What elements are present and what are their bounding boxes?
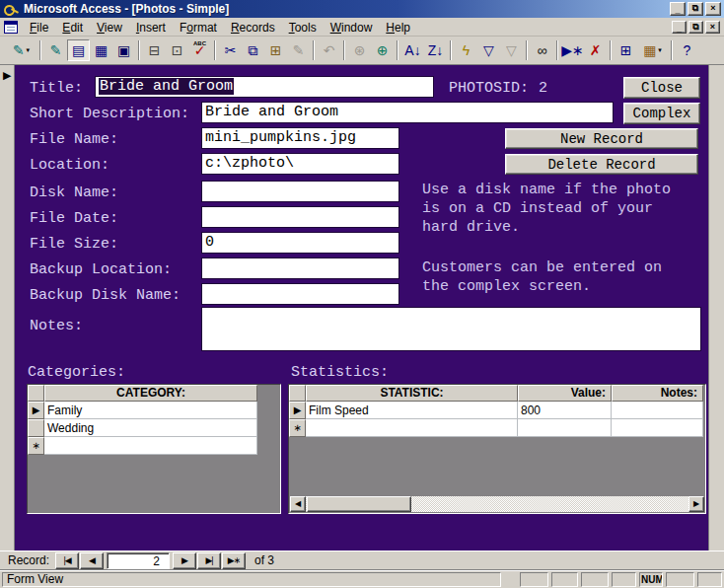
new-record-button[interactable]: New Record [505,128,698,149]
new-object-button[interactable]: ▦▾ [637,39,668,61]
print-preview-button[interactable]: ⊡ [166,39,188,61]
file-date-input[interactable] [201,206,399,228]
menu-file[interactable]: File [23,19,55,37]
notes-input[interactable] [201,307,701,351]
title-input[interactable]: Bride and Groom [95,76,434,98]
first-record-button[interactable]: |◀ [55,552,79,569]
cut-button[interactable]: ✂ [219,39,242,61]
new-record-selector[interactable]: ∗ [28,437,44,455]
scrollbar-thumb[interactable] [307,496,411,512]
view-dropdown-button[interactable]: ✎▾ [6,39,36,61]
restore-button[interactable]: ⧉ [688,2,703,16]
toolbar-separator [671,40,673,60]
undo-button: ↶ [318,39,340,61]
print-button[interactable]: ⊟ [143,39,166,61]
dropdown-arrow-icon: ▾ [658,46,662,54]
form-view-button[interactable]: ▤ [67,39,90,61]
new-record-nav-button[interactable]: ▶∗ [222,552,246,569]
minimize-icon: _ [675,5,680,16]
close-button[interactable]: Close [623,77,700,99]
cell[interactable] [612,419,703,437]
menu-window[interactable]: Window [324,19,380,37]
file-name-input[interactable]: mini_pumpkins.jpg [201,127,399,149]
cell[interactable]: Family [44,402,257,419]
restore-icon: ⧉ [692,3,698,13]
menu-format[interactable]: Format [173,19,224,37]
row-selector[interactable]: ▶ [28,402,44,419]
next-record-button[interactable]: ▶ [173,552,196,569]
scroll-left-button[interactable]: ◀ [290,496,306,512]
disk-hint-line: Use a disk name if the photo [422,181,671,199]
row-selector[interactable]: ▶ [289,402,306,419]
disk-name-input[interactable] [201,181,399,202]
form-record-selector[interactable]: ▶ [0,65,15,551]
cell[interactable]: Wedding [44,419,257,437]
sort-ascending-button[interactable]: A↓ [401,39,424,61]
cell[interactable] [306,419,518,437]
new-record-button[interactable]: ▶∗ [561,39,584,61]
save-button[interactable]: ▣ [112,39,135,61]
child-restore-button[interactable]: ⧉ [688,21,703,34]
scroll-right-button[interactable]: ▶ [688,496,704,512]
file-size-input[interactable]: 0 [201,232,399,254]
close-window-button[interactable]: × [705,2,721,16]
status-panel [581,572,609,587]
cell[interactable]: Film Speed [306,402,518,419]
menu-help[interactable]: Help [379,19,417,37]
photosid-label: PHOTOSID: [449,80,529,97]
column-header[interactable]: Value: [518,385,612,402]
filter-by-selection-button[interactable]: ϟ [455,39,477,61]
menubar: FileEditViewInsertFormatRecordsToolsWind… [0,18,724,37]
menu-edit[interactable]: Edit [55,19,90,37]
previous-record-button[interactable]: ◀ [80,552,104,569]
menu-records[interactable]: Records [224,19,282,37]
delete-record-button[interactable]: ✗ [584,39,607,61]
spelling-button[interactable]: ABC✓ [188,39,211,61]
paste-button[interactable]: ⊞ [264,39,287,61]
column-header[interactable]: CATEGORY: [44,385,257,402]
web-globe-button[interactable]: ⊕ [371,39,394,61]
column-header[interactable]: STATISTIC: [306,385,518,402]
row-selector[interactable] [28,419,44,437]
find-button[interactable]: ∞ [531,39,553,61]
minimize-button[interactable]: _ [670,2,686,16]
backup-location-input[interactable] [201,257,399,279]
backup-location-label: Backup Location: [30,261,172,278]
menu-tools[interactable]: Tools [282,19,324,37]
save-icon: ▣ [117,43,130,57]
short-description-input[interactable]: Bride and Groom [201,102,614,123]
form-system-icon[interactable] [4,21,18,34]
child-close-button[interactable]: × [705,21,720,34]
backup-disk-name-input[interactable] [201,283,399,305]
location-input[interactable]: c:\zphoto\ [201,153,399,175]
child-minimize-button[interactable]: _ [672,21,687,34]
statistics-hscrollbar[interactable]: ◀ ▶ [290,496,704,512]
toolbar-separator [214,40,216,60]
delete-record-button[interactable]: Delete Record [505,154,698,175]
cell[interactable]: 800 [518,402,612,419]
toolbar-separator [138,40,140,60]
column-header[interactable]: Notes: [612,385,703,402]
menu-insert[interactable]: Insert [129,19,173,37]
view-dropdown-icon: ✎ [13,43,25,57]
cell[interactable] [612,402,703,419]
last-record-button[interactable]: ▶| [197,552,221,569]
copy-button[interactable]: ⧉ [242,39,264,61]
find-icon: ∞ [538,43,547,57]
sort-descending-button[interactable]: Z↓ [424,39,447,61]
new-record-selector[interactable]: ∗ [289,419,306,437]
datasheet-view-button[interactable]: ▦ [90,39,112,61]
complex-button[interactable]: Complex [623,103,700,124]
cell[interactable] [44,437,257,455]
disk-hint-line: hard drive. [422,218,671,237]
menu-view[interactable]: View [90,19,129,37]
short-description-label: Short Description: [30,106,189,122]
cell[interactable] [518,419,612,437]
customers-hint-line: the complex screen. [422,277,662,296]
status-panel [520,572,548,587]
help-button[interactable]: ? [676,39,698,61]
database-window-button[interactable]: ⊞ [615,39,637,61]
filter-by-form-button[interactable]: ▽ [477,39,500,61]
record-number-input[interactable]: 2 [107,552,170,569]
design-view-button[interactable]: ✎ [44,39,67,61]
